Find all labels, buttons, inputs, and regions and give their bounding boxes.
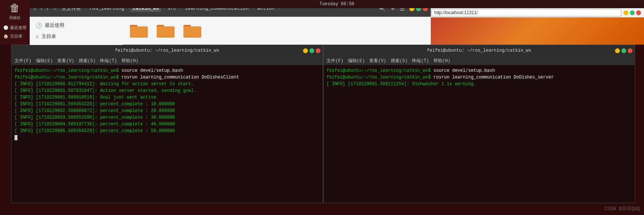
tr-prompt-0: feifei@ubuntu:~/ros_learning/catkin_ws$ [326,68,431,73]
terminal-right-menu: 文件(F) 编辑(E) 查看(V) 搜索(S) 终端(T) 帮助(H) [323,56,635,65]
tl-menu-file[interactable]: 文件(F) [14,58,32,64]
tl-menu-search[interactable]: 搜索(S) [79,58,96,64]
terminal-right: feifei@ubuntu: ~/ros_learning/catkin_ws … [323,45,635,203]
clock-icon: 🕐 [3,25,9,30]
tr-line-0: feifei@ubuntu:~/ros_learning/catkin_ws$ … [326,67,632,74]
tl-cursor-line [14,134,320,141]
system-time: Tuesday 08:58 [319,1,354,7]
terminals-container: feifei@ubuntu: ~/ros_learning/catkin_ws … [11,45,635,203]
tl-line-8: [ INFO] [1710229084.589107736]: percent_… [14,121,320,128]
tr-menu-view[interactable]: 查看(V) [369,58,386,64]
tl-menu-terminal[interactable]: 终端(T) [100,58,117,64]
sidebar-home-label: 主目录 [42,33,56,40]
tl-line-7: [ INFO] [1710229083.588553596]: percent_… [14,114,320,121]
terminal-left-title: feifei@ubuntu: ~/ros_learning/catkin_ws [115,48,219,53]
taskbar-nav: 🕐 最近使用 🏠 主目录 [2,24,28,40]
svg-rect-5 [157,26,175,38]
terminal-left-body[interactable]: feifei@ubuntu:~/ros_learning/catkin_ws$ … [12,65,323,203]
taskbar-left: 🗑 回收站 🕐 最近使用 🏠 主目录 [0,0,30,45]
nav-recent[interactable]: 🕐 最近使用 [2,24,28,31]
tl-info-7: [ INFO] [1710229083.588553596]: percent_… [14,115,175,120]
address-window-controls [624,10,641,15]
nav-home-label: 主目录 [10,33,22,39]
trash-icon[interactable]: 🗑 [10,2,20,15]
nav-home[interactable]: 🏠 主目录 [2,33,28,40]
tl-info-2: [ INFO] [1710229066.912794412]: Waiting … [14,81,193,87]
tr-close-button[interactable] [628,48,632,53]
tl-line-0: feifei@ubuntu:~/ros_learning/catkin_ws$ … [14,67,320,74]
watermark: CSDN @菲菲QAQ [605,205,640,212]
tl-line-1: feifei@ubuntu:~/ros_learning/catkin_ws$ … [14,74,320,81]
sidebar-home[interactable]: ⌂ 主目录 [30,31,123,42]
addr-close-button[interactable] [636,10,641,15]
tl-cursor [14,135,17,140]
tr-cmd-0: source devel/setup.bash [433,68,495,73]
home-sidebar-icon: ⌂ [36,33,39,39]
folder-preview-area [123,17,431,45]
tl-info-8: [ INFO] [1710229084.589107736]: percent_… [14,122,175,127]
tl-info-5: [ INFO] [1710229081.589453225]: percent_… [14,102,175,107]
tr-max-button[interactable] [621,48,626,53]
folder-2[interactable] [157,23,175,38]
trash-label: 回收站 [9,15,20,20]
sidebar-dropdown: 🕐 最近使用 ⌂ 主目录 [30,17,123,45]
sidebar-recent[interactable]: 🕐 最近使用 [30,20,123,31]
tl-menu-edit[interactable]: 编辑(E) [36,58,53,64]
tl-menu-view[interactable]: 查看(V) [57,58,74,64]
tl-prompt-0: feifei@ubuntu:~/ros_learning/catkin_ws$ [14,68,119,73]
tl-info-9: [ INFO] [1710229085.589264529]: percent_… [14,128,175,134]
tl-line-2: [ INFO] [1710229066.912794412]: Waiting … [14,81,320,87]
tl-info-6: [ INFO] [1710229082.588966872]: percent_… [14,108,175,113]
svg-rect-2 [130,26,148,38]
watermark-text: CSDN @菲菲QAQ [605,206,640,212]
address-bar [429,8,644,17]
tr-cmd-1: rosrun learning_communication DoDishes_s… [433,75,554,80]
tl-close-button[interactable] [316,48,321,53]
tr-menu-edit[interactable]: 编辑(E) [348,58,365,64]
tl-max-button[interactable] [309,48,314,53]
tl-line-3: [ INFO] [1710229081.587631047]: Action s… [14,87,320,94]
address-input[interactable] [432,9,621,16]
tr-line-1: feifei@ubuntu:~/ros_learning/catkin_ws$ … [326,74,632,81]
tl-cmd-0: source devel/setup.bash [121,68,183,73]
terminal-right-controls [615,48,632,53]
system-bar: Tuesday 08:58 [30,0,644,8]
terminal-right-title: feifei@ubuntu: ~/ros_learning/catkin_ws [427,48,531,53]
tr-menu-search[interactable]: 搜索(S) [391,58,408,64]
addr-max-button[interactable] [630,10,635,15]
tr-info-2: [ INFO] [1710229081.588111254]: Dishwash… [326,81,476,87]
tl-cmd-1: rosrun learning_communication DoDishesCl… [121,75,239,80]
tr-menu-file[interactable]: 文件(F) [326,58,344,64]
clock-sidebar-icon: 🕐 [36,22,42,29]
terminal-left-menu: 文件(F) 编辑(E) 查看(V) 搜索(S) 终端(T) 帮助(H) [12,56,323,65]
tl-prompt-1: feifei@ubuntu:~/ros_learning/catkin_ws$ [14,75,119,80]
tl-info-3: [ INFO] [1710229081.587631047]: Action s… [14,88,196,93]
tl-line-4: [ INFO] [1710229081.588910519]: Goal jus… [14,94,320,101]
tl-min-button[interactable] [303,48,308,53]
svg-rect-8 [183,26,201,38]
tr-menu-help[interactable]: 帮助(H) [433,58,451,64]
folder-1[interactable] [130,23,148,38]
terminal-left-controls [303,48,321,53]
tl-info-4: [ INFO] [1710229081.588910519]: Goal jus… [14,95,156,100]
terminal-right-body[interactable]: feifei@ubuntu:~/ros_learning/catkin_ws$ … [323,65,635,203]
home-icon: 🏠 [3,34,9,39]
tr-min-button[interactable] [615,48,620,53]
nav-recent-label: 最近使用 [10,25,26,31]
tr-line-2: [ INFO] [1710229081.588111254]: Dishwash… [326,81,632,87]
tr-prompt-1: feifei@ubuntu:~/ros_learning/catkin_ws$ [326,75,431,80]
tl-line-5: [ INFO] [1710229081.589453225]: percent_… [14,101,320,108]
tl-line-6: [ INFO] [1710229082.588966872]: percent_… [14,108,320,114]
tr-menu-terminal[interactable]: 终端(T) [412,58,429,64]
terminal-left-titlebar: feifei@ubuntu: ~/ros_learning/catkin_ws [12,45,323,56]
sidebar-recent-label: 最近使用 [45,22,64,29]
terminal-right-titlebar: feifei@ubuntu: ~/ros_learning/catkin_ws [323,45,635,56]
addr-min-button[interactable] [624,10,628,15]
terminal-left: feifei@ubuntu: ~/ros_learning/catkin_ws … [11,45,323,203]
tl-menu-help[interactable]: 帮助(H) [121,58,139,64]
tl-line-9: [ INFO] [1710229085.589264529]: percent_… [14,128,320,134]
folder-3[interactable] [183,23,201,38]
